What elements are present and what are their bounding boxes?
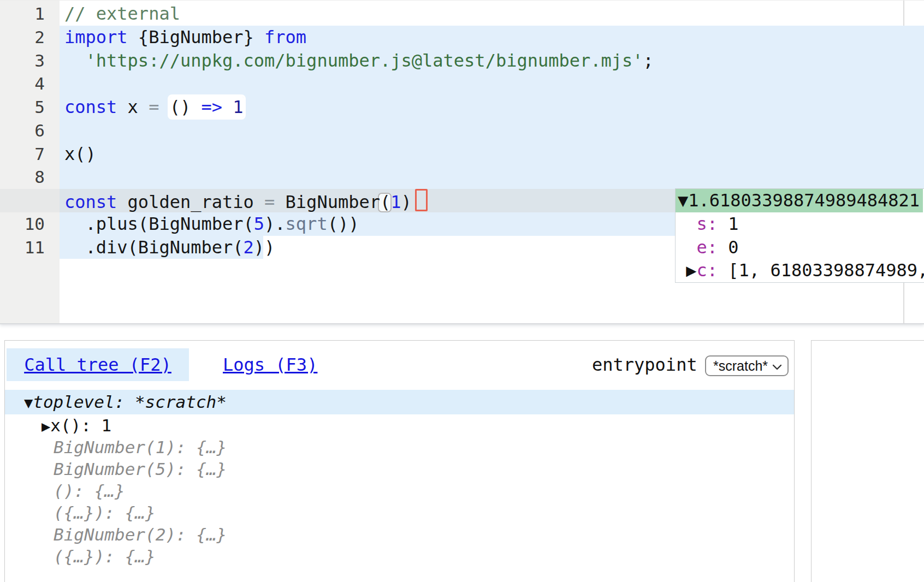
- matched-bracket-highlight: (: [380, 192, 390, 212]
- call-tree-label: toplevel: *scratch*: [33, 392, 227, 412]
- operator-token: =: [264, 192, 275, 212]
- code-token: [159, 97, 169, 117]
- tab-call-tree[interactable]: Call tree (F2): [7, 348, 189, 381]
- call-tree-tab-link[interactable]: Call tree (F2): [7, 348, 189, 381]
- code-line[interactable]: // external: [60, 2, 924, 26]
- code-line[interactable]: const x = () => 1: [60, 96, 924, 119]
- string-token: 'https://unpkg.com/bignumber.js@latest/b…: [86, 50, 643, 71]
- code-token: x(): [64, 144, 96, 164]
- inspector-property-row[interactable]: s: 1: [676, 212, 924, 236]
- operator-token: =: [149, 97, 159, 117]
- property-key: e:: [676, 237, 728, 258]
- code-token: ): [401, 192, 412, 212]
- code-token: {BigNumber}: [128, 27, 264, 47]
- call-tree-label: BigNumber(1): {…}: [54, 437, 227, 457]
- chevron-down-icon: [772, 363, 782, 373]
- result-value: 1.61803398874989484821: [688, 190, 920, 211]
- inspector-value-row[interactable]: ▼1.61803398874989484821: [676, 189, 924, 212]
- collapse-icon[interactable]: ▼: [678, 190, 688, 211]
- number-token: 1: [233, 97, 243, 117]
- collapse-icon[interactable]: ▼: [24, 394, 33, 411]
- property-value: 0: [728, 237, 738, 258]
- comment-token: // external: [64, 3, 180, 24]
- code-token: .div(BigNumber(: [64, 237, 244, 258]
- code-token: ;: [643, 50, 654, 71]
- call-tree-row-call[interactable]: ▶x(): 1: [5, 414, 794, 436]
- call-tree-row-call[interactable]: BigNumber(2): {…}: [5, 524, 794, 545]
- call-tree-row-toplevel[interactable]: ▼toplevel: *scratch*: [5, 390, 794, 414]
- text-cursor: [415, 189, 428, 211]
- call-tree-label: ({…}): {…}: [54, 547, 156, 566]
- code-line[interactable]: [60, 119, 924, 142]
- property-token: sqrt: [286, 213, 328, 234]
- logs-tab-link[interactable]: Logs (F3): [223, 354, 317, 375]
- call-tree-label: ({…}): {…}: [54, 503, 156, 522]
- code-line[interactable]: 'https://unpkg.com/bignumber.js@latest/b…: [60, 49, 924, 73]
- call-tree-label: BigNumber(5): {…}: [54, 459, 227, 479]
- property-value: 1: [728, 213, 738, 234]
- call-tree-label: (): {…}: [54, 481, 125, 501]
- call-tree-row-call[interactable]: (): {…}: [5, 480, 794, 502]
- entrypoint-selected-value: *scratch*: [713, 357, 768, 375]
- code-line[interactable]: x(): [60, 142, 924, 166]
- keyword-token: from: [264, 27, 306, 47]
- code-token: golden_ratio: [117, 192, 264, 212]
- arrow-token: =>: [201, 97, 222, 117]
- code-line[interactable]: [60, 72, 924, 96]
- keyword-token: const: [64, 97, 117, 117]
- call-tree-row-call[interactable]: ({…}): {…}: [5, 502, 794, 524]
- inspector-property-row[interactable]: e: 0: [676, 236, 924, 259]
- expand-icon[interactable]: ▶: [42, 418, 50, 435]
- code-token: ()): [328, 213, 359, 234]
- property-key: c:: [697, 260, 728, 281]
- tab-logs[interactable]: Logs (F3): [223, 348, 317, 381]
- code-token: x: [117, 97, 149, 117]
- keyword-token: import: [64, 27, 128, 47]
- call-tree-label: x(): 1: [50, 415, 111, 435]
- call-tree-panel: Call tree (F2) Logs (F3) entrypoint *scr…: [4, 340, 795, 582]
- number-token: 2: [244, 237, 254, 258]
- code-token: [222, 97, 233, 117]
- call-tree-label: BigNumber(2): {…}: [54, 525, 227, 544]
- code-token: )): [254, 237, 275, 258]
- result-value-highlight: ▼1.61803398874989484821: [676, 189, 923, 212]
- code-token: (): [170, 97, 202, 117]
- code-line[interactable]: import {BigNumber} from: [60, 26, 924, 49]
- code-token: BigNumber: [275, 192, 380, 212]
- code-token: [64, 50, 86, 71]
- entrypoint-select[interactable]: *scratch*: [705, 355, 789, 376]
- leporello-app: 1 2 3 4 5 6 7 8 9 10 11 // external impo…: [0, 0, 924, 582]
- evaluated-expression-highlight: () => 1: [170, 97, 244, 117]
- number-token: 1: [390, 192, 401, 212]
- call-tree-row-call[interactable]: BigNumber(1): {…}: [5, 436, 794, 458]
- value-inspector-popup: ▼1.61803398874989484821 s: 1 e: 0 ▶c: [1…: [675, 188, 924, 283]
- code-token: ).: [264, 213, 286, 234]
- code-token: .plus(BigNumber(: [64, 213, 254, 234]
- keyword-token: const: [64, 192, 117, 212]
- property-key: s:: [676, 213, 728, 234]
- property-value: [1, 61803398874989,: [728, 260, 924, 281]
- expand-icon[interactable]: ▶: [676, 260, 697, 281]
- call-tree-row-call[interactable]: BigNumber(5): {…}: [5, 458, 794, 480]
- call-tree-row-call[interactable]: ({…}): {…}: [5, 545, 794, 567]
- code-line[interactable]: [60, 165, 924, 189]
- detail-panel: [811, 340, 924, 582]
- number-token: 5: [254, 213, 264, 234]
- entrypoint-label: entrypoint: [592, 348, 697, 381]
- inspector-property-row[interactable]: ▶c: [1, 61803398874989,: [676, 259, 924, 282]
